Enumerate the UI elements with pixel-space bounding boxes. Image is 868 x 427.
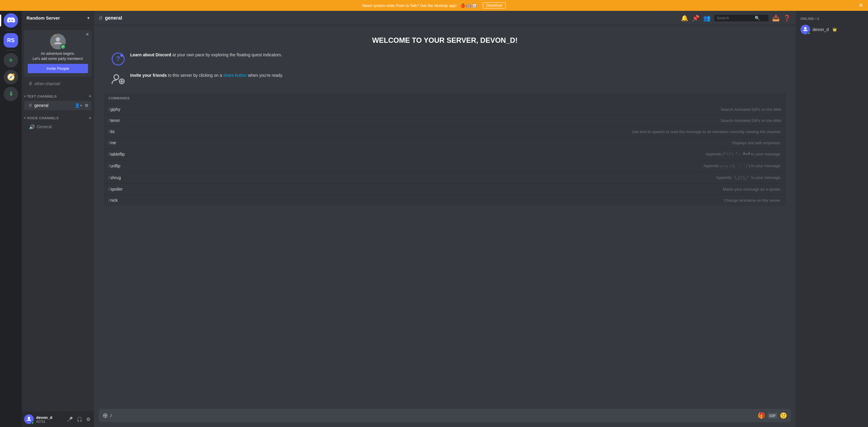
online-header: ONLINE—1 <box>798 15 866 23</box>
channel-item-other[interactable]: # other-channel <box>24 79 92 89</box>
mute-button[interactable]: 🎤 <box>66 415 74 423</box>
download-apps-button[interactable]: ⬇ <box>4 87 18 101</box>
voice-channels-label: VOICE CHANNELS <box>27 116 59 120</box>
command-slash-icon: / <box>108 107 110 112</box>
command-name: tenor <box>110 118 120 123</box>
channel-header: # general 🔔 📌 👥 🔍 📥 ❓ <box>94 11 796 25</box>
banner-download-button[interactable]: Download <box>483 2 505 8</box>
server-header[interactable]: Random Server ▾ <box>22 11 94 25</box>
channel-item-general[interactable]: # general 👤+ ⚙ <box>24 101 92 110</box>
command-name: me <box>110 140 116 145</box>
channel-header-hash-icon: # <box>99 14 102 22</box>
command-name: unflip <box>110 164 120 168</box>
search-box[interactable]: 🔍 <box>714 15 769 21</box>
sparkle-icon: ✦ <box>54 34 56 37</box>
command-description: Search Animated GIFs on the Web <box>721 107 781 112</box>
member-list-button[interactable]: 👥 <box>703 14 711 22</box>
notification-bell-button[interactable]: 🔔 <box>681 14 688 22</box>
command-row[interactable]: / tableflip Appends (╯°□°）╯︵ ┻━┻ to your… <box>104 149 786 160</box>
channel-header-actions: 🔔 📌 👥 🔍 📥 ❓ <box>681 14 791 22</box>
channel-header-name: general <box>105 15 122 21</box>
welcome-learn-bold: Learn about Discord <box>130 53 171 57</box>
invite-panel-close-button[interactable]: ✕ <box>86 32 89 37</box>
chat-area[interactable]: WELCOME TO YOUR SERVER, DEVON_D! ? ! Lea… <box>94 25 796 409</box>
channel-name-general: general <box>34 103 49 108</box>
command-slash-icon: / <box>108 129 110 134</box>
welcome-invite-after: when you're ready. <box>248 73 283 78</box>
command-slash-icon: / <box>108 198 110 203</box>
command-row[interactable]: / giphy Search Animated GIFs on the Web <box>104 104 786 115</box>
svg-point-4 <box>114 75 119 79</box>
message-add-button[interactable]: ⊕ <box>102 412 108 420</box>
welcome-section: WELCOME TO YOUR SERVER, DEVON_D! ? ! Lea… <box>99 30 791 87</box>
command-description: Use text-to-speech to read the message t… <box>632 130 781 134</box>
user-info: devon_d #2721 <box>36 415 63 423</box>
add-server-button[interactable]: + <box>4 53 18 67</box>
share-button-link[interactable]: share button <box>223 73 247 78</box>
discover-server-button[interactable]: 🧭 <box>4 70 18 84</box>
welcome-item-invite-text: Invite your friends to this server by cl… <box>130 72 283 78</box>
right-sidebar: ONLINE—1 devon_d 👑 <box>796 11 868 427</box>
invite-icon <box>111 72 125 87</box>
message-input-area: ⊕ 🎁 GIF 🙂 <box>94 409 796 427</box>
pin-button[interactable]: 📌 <box>692 14 700 22</box>
commands-list: / giphy Search Animated GIFs on the Web … <box>104 104 786 206</box>
banner-close-button[interactable]: ✕ <box>859 2 863 9</box>
add-voice-channel-button[interactable]: + <box>88 115 92 121</box>
command-row[interactable]: / shrug Appends ¯\_(ツ)_/¯ to your messag… <box>104 172 786 184</box>
text-channels-category[interactable]: ▾ TEXT CHANNELS + <box>22 89 94 101</box>
invite-avatar-plus-icon: + <box>60 44 66 50</box>
voice-channel-name: General <box>37 124 52 129</box>
command-row[interactable]: / tenor Search Animated GIFs on the Web <box>104 115 786 126</box>
voice-channel-general[interactable]: 🔊 General <box>24 123 92 131</box>
svg-text:!: ! <box>121 55 122 57</box>
command-description: Search Animated GIFs on the Web <box>721 118 781 123</box>
command-row[interactable]: / nick Change nickname on this server. <box>104 195 786 206</box>
channel-hash-icon: # <box>29 81 32 87</box>
command-row[interactable]: / unflip Appends ┬─┬ ノ( ゜-゜ノ) to your me… <box>104 160 786 172</box>
command-row[interactable]: / me Displays text with emphasis. <box>104 137 786 149</box>
search-input[interactable] <box>717 15 753 20</box>
crown-icon: 👑 <box>832 27 837 32</box>
server-icon-discord-home[interactable] <box>4 13 18 28</box>
command-description: Change nickname on this server. <box>724 198 781 203</box>
deafen-button[interactable]: 🎧 <box>75 415 84 423</box>
message-input-box: ⊕ 🎁 GIF 🙂 <box>99 409 791 422</box>
welcome-item-learn: ? ! Learn about Discord at your own pace… <box>111 52 779 66</box>
invite-panel: ✕ ✦ ✦ ● + An adventure begins. Let's add… <box>24 30 92 77</box>
command-slash-icon: / <box>108 164 110 168</box>
invite-people-button[interactable]: Invite People <box>28 64 88 73</box>
general-hash-icon: # <box>29 102 32 109</box>
channel-settings-button[interactable]: ⚙ <box>84 102 89 108</box>
channel-list: ✕ ✦ ✦ ● + An adventure begins. Let's add… <box>22 25 94 412</box>
server-icon-random-server[interactable]: RS <box>4 33 18 47</box>
voice-category-chevron-icon: ▾ <box>24 117 26 120</box>
command-row[interactable]: / spoiler Marks your message as a spoile… <box>104 184 786 195</box>
server-list: RS + 🧭 ⬇ <box>0 11 22 427</box>
message-input-field[interactable] <box>110 410 758 422</box>
help-button[interactable]: ❓ <box>783 14 791 22</box>
gift-button[interactable]: 🎁 <box>758 412 765 419</box>
server-divider-2 <box>6 50 16 51</box>
user-settings-button[interactable]: ⚙ <box>85 415 92 423</box>
banner-platform-icons: 🍎 🤖 🪟 <box>460 3 477 8</box>
user-bar: devon_d #2721 🎤 🎧 ⚙ <box>22 412 94 427</box>
add-member-to-channel-button[interactable]: 👤+ <box>74 102 83 108</box>
user-status-indicator <box>31 421 34 424</box>
gif-button[interactable]: GIF <box>768 413 777 419</box>
voice-channels-category[interactable]: ▾ VOICE CHANNELS + <box>22 110 94 123</box>
member-item-devon[interactable]: devon_d 👑 <box>798 23 866 36</box>
welcome-invite-pre: to this server by clicking on a <box>168 73 223 78</box>
welcome-learn-rest: at your own pace by exploring the floati… <box>173 53 282 57</box>
channel-actions: 👤+ ⚙ <box>74 102 89 108</box>
command-row[interactable]: / tts Use text-to-speech to read the mes… <box>104 126 786 137</box>
command-slash-icon: / <box>108 175 110 180</box>
command-slash-icon: / <box>108 118 110 123</box>
username: devon_d <box>36 415 63 420</box>
command-slash-icon: / <box>108 140 110 145</box>
top-banner: Need system-wide Push to Talk? Get the d… <box>0 0 868 11</box>
emoji-button[interactable]: 🙂 <box>780 412 787 419</box>
inbox-button[interactable]: 📥 <box>772 14 780 22</box>
command-description: Marks your message as a spoiler. <box>723 187 781 192</box>
add-text-channel-button[interactable]: + <box>88 93 92 100</box>
